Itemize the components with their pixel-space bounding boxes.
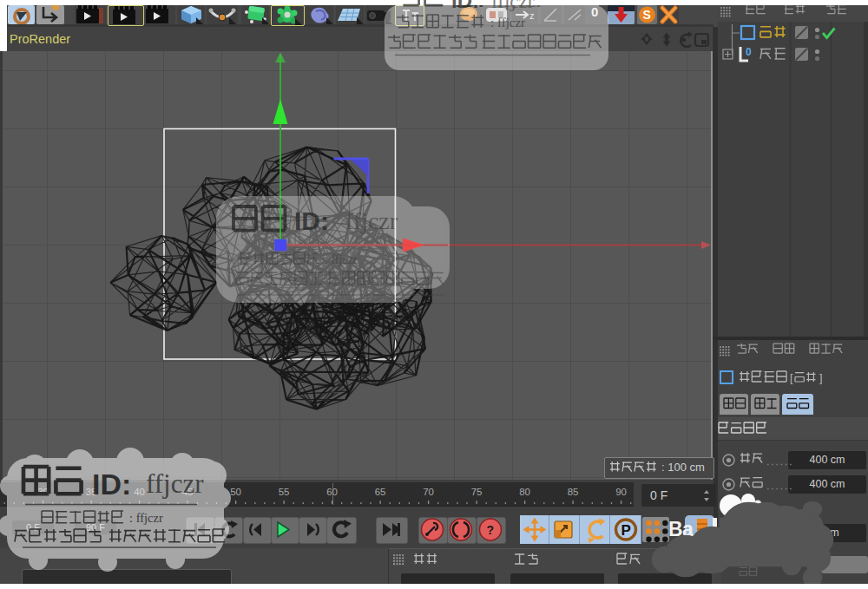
svg-text:: ffjczr: : ffjczr — [129, 511, 163, 525]
svg-text:ffjczr: ffjczr — [491, 0, 535, 10]
svg-text:ID:: ID: — [451, 0, 479, 10]
svg-text:ID:: ID: — [92, 468, 131, 501]
svg-text:ffjczr: ffjczr — [146, 468, 204, 499]
